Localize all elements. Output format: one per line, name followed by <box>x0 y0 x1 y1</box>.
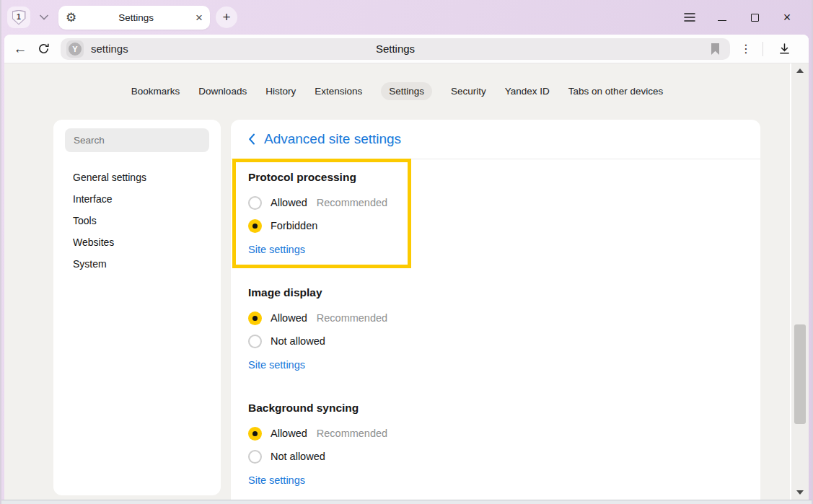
nav-history[interactable]: History <box>265 82 296 100</box>
browser-window: 1 ⚙ Settings × + × ← <box>0 0 813 504</box>
nav-settings[interactable]: Settings <box>381 82 432 100</box>
settings-sidebar: General settings Interface Tools Website… <box>53 120 221 495</box>
address-bar[interactable]: Y settings Settings <box>61 38 730 60</box>
kebab-menu-icon[interactable]: ⋮ <box>739 42 753 56</box>
radio-selected-icon[interactable] <box>248 427 262 441</box>
scroll-down-arrow[interactable] <box>796 490 804 495</box>
window-bottom-edge <box>1 500 812 504</box>
tab-settings[interactable]: ⚙ Settings × <box>58 6 210 30</box>
refresh-icon <box>37 42 50 56</box>
settings-page: Bookmarks Downloads History Extensions S… <box>4 63 809 500</box>
minimize-button[interactable] <box>716 12 728 23</box>
section-image-display: Image display Allowed Recommended Not al… <box>248 285 743 373</box>
new-tab-button[interactable]: + <box>216 6 237 28</box>
refresh-button[interactable] <box>32 37 55 61</box>
option-label: Allowed <box>271 197 307 208</box>
menu-icon[interactable] <box>684 12 695 23</box>
protect-badge-button[interactable]: Y <box>66 40 84 58</box>
radio-option-allowed[interactable]: Allowed Recommended <box>248 306 743 330</box>
tab-counter-value: 1 <box>13 11 25 24</box>
protect-shield-icon: Y <box>69 43 82 56</box>
bookmark-icon[interactable] <box>706 40 724 58</box>
radio-unselected-icon[interactable] <box>248 335 262 348</box>
radio-option-forbidden[interactable]: Forbidden <box>248 214 743 237</box>
sidebar-item-system[interactable]: System <box>53 253 221 275</box>
search-input[interactable] <box>65 128 209 152</box>
radio-option-not-allowed[interactable]: Not allowed <box>248 445 743 468</box>
nav-tabs-other-devices[interactable]: Tabs on other devices <box>568 82 663 100</box>
maximize-button[interactable] <box>749 12 760 23</box>
option-label: Allowed <box>271 312 307 324</box>
site-settings-link[interactable]: Site settings <box>248 242 305 257</box>
settings-sections: Protocol processing Allowed Recommended … <box>231 159 760 488</box>
back-arrow-icon: ← <box>14 42 27 56</box>
browser-content: ← Y settings Settings ⋮ <box>4 35 809 500</box>
tab-counter-button[interactable]: 1 <box>7 6 30 28</box>
sidebar-list: General settings Interface Tools Website… <box>53 167 221 275</box>
sidebar-item-tools[interactable]: Tools <box>53 210 221 231</box>
url-text: settings <box>91 43 128 55</box>
nav-yandex-id[interactable]: Yandex ID <box>505 82 550 100</box>
nav-bookmarks[interactable]: Bookmarks <box>131 82 180 100</box>
option-note: Recommended <box>317 428 387 439</box>
tab-strip: 1 ⚙ Settings × + × <box>1 0 812 35</box>
radio-option-allowed[interactable]: Allowed Recommended <box>248 422 743 445</box>
settings-navbar: Bookmarks Downloads History Extensions S… <box>4 82 790 100</box>
gear-icon: ⚙ <box>66 12 76 24</box>
window-controls: × <box>684 12 806 23</box>
nav-security[interactable]: Security <box>451 82 486 100</box>
close-window-button[interactable]: × <box>781 12 793 23</box>
option-note: Recommended <box>317 312 387 324</box>
tab-list-chevron-button[interactable] <box>34 6 54 28</box>
site-settings-link[interactable]: Site settings <box>248 472 305 488</box>
radio-selected-icon[interactable] <box>248 311 262 325</box>
radio-option-not-allowed[interactable]: Not allowed <box>248 330 743 353</box>
sidebar-item-general-settings[interactable]: General settings <box>53 167 221 188</box>
scroll-up-arrow[interactable] <box>796 68 804 73</box>
tab-title: Settings <box>76 12 195 23</box>
section-title: Background syncing <box>248 400 743 416</box>
radio-unselected-icon[interactable] <box>248 450 262 464</box>
sidebar-item-websites[interactable]: Websites <box>53 231 221 253</box>
downloads-button[interactable] <box>773 37 796 61</box>
chevron-left-icon <box>248 133 255 145</box>
section-title: Protocol processing <box>248 169 743 185</box>
nav-extensions[interactable]: Extensions <box>315 82 362 100</box>
toolbar: ← Y settings Settings ⋮ <box>4 35 809 63</box>
radio-option-allowed[interactable]: Allowed Recommended <box>248 191 743 214</box>
settings-main-panel: Advanced site settings Protocol processi… <box>231 120 760 500</box>
download-icon <box>778 43 791 55</box>
back-button[interactable]: ← <box>9 37 32 61</box>
page-title: Advanced site settings <box>264 131 401 147</box>
sidebar-item-interface[interactable]: Interface <box>53 188 221 210</box>
site-settings-link[interactable]: Site settings <box>248 357 305 373</box>
shield-icon: 1 <box>12 10 26 25</box>
page-scrollbar[interactable] <box>790 63 809 500</box>
address-bar-page-title: Settings <box>61 43 730 55</box>
option-label: Allowed <box>271 428 307 439</box>
close-tab-icon[interactable]: × <box>195 12 203 24</box>
radio-unselected-icon[interactable] <box>248 196 262 210</box>
advanced-site-settings-header[interactable]: Advanced site settings <box>231 120 760 159</box>
option-label: Not allowed <box>271 451 325 462</box>
option-label: Forbidden <box>271 220 317 231</box>
radio-selected-icon[interactable] <box>248 219 262 233</box>
section-background-syncing: Background syncing Allowed Recommended N… <box>248 400 743 488</box>
section-title: Image display <box>248 285 743 301</box>
scrollbar-thumb[interactable] <box>794 324 806 424</box>
section-protocol-processing: Protocol processing Allowed Recommended … <box>248 169 743 257</box>
option-label: Not allowed <box>271 335 325 347</box>
toolbar-divider <box>763 42 763 56</box>
nav-downloads[interactable]: Downloads <box>198 82 247 100</box>
chevron-down-icon <box>40 14 48 20</box>
toolbar-right: ⋮ <box>730 37 804 61</box>
option-note: Recommended <box>317 197 387 208</box>
